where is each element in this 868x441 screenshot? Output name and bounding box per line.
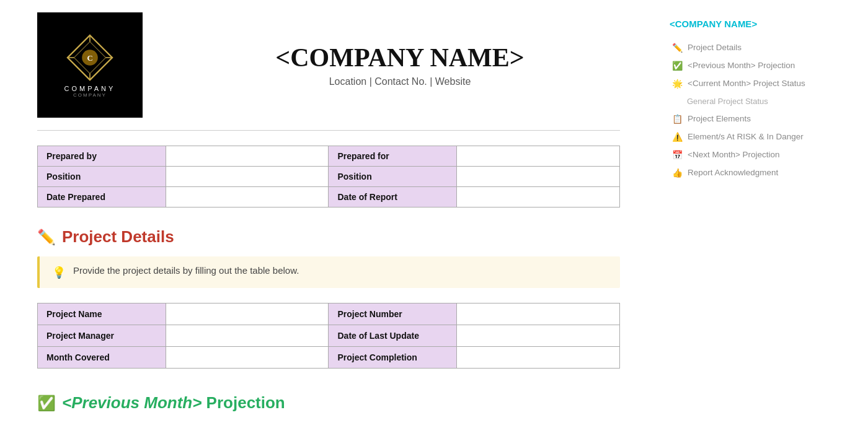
table-row: Prepared by Prepared for xyxy=(38,146,620,167)
date-prepared-label: Date Prepared xyxy=(38,187,166,207)
company-subtitle: Location | Contact No. | Website xyxy=(180,76,620,87)
project-name-value[interactable] xyxy=(166,303,329,325)
star-icon: 🌟 xyxy=(672,79,683,89)
table-row: Project Manager Date of Last Update xyxy=(38,325,620,347)
sidebar-item-label: Element/s At RISK & In Danger xyxy=(688,131,804,143)
sidebar-item-risk-danger[interactable]: ⚠️ Element/s At RISK & In Danger xyxy=(670,128,818,146)
pencil-icon: ✏️ xyxy=(672,43,683,53)
logo-diamond: C xyxy=(65,33,115,82)
sidebar-item-label: <Previous Month> Projection xyxy=(688,60,795,72)
month-covered-label: Month Covered xyxy=(38,347,166,369)
warning-icon: ⚠️ xyxy=(672,132,683,142)
project-completion-label: Project Completion xyxy=(329,347,457,369)
sidebar: <COMPANY NAME> ✏️ Project Details ✅ <Pre… xyxy=(657,0,831,441)
project-details-title: Project Details xyxy=(62,227,174,247)
project-number-label: Project Number xyxy=(329,303,457,325)
header-title-section: <COMPANY NAME> Location | Contact No. | … xyxy=(180,43,620,87)
prev-month-header: ✅ <Previous Month> Projection xyxy=(37,393,620,413)
sidebar-item-label: <Current Month> Project Status xyxy=(688,78,805,90)
date-of-report-label: Date of Report xyxy=(329,187,457,207)
date-prepared-value[interactable] xyxy=(166,187,329,207)
prepared-by-value[interactable] xyxy=(166,146,329,167)
prepared-for-label: Prepared for xyxy=(329,146,457,167)
clipboard-icon: 📋 xyxy=(672,114,683,124)
sidebar-nav: ✏️ Project Details ✅ <Previous Month> Pr… xyxy=(670,39,818,181)
logo-box: C COMPANY COMPANY xyxy=(37,12,143,118)
date-last-update-value[interactable] xyxy=(457,325,620,347)
hint-icon: 💡 xyxy=(52,266,66,279)
table-row: Date Prepared Date of Report xyxy=(38,187,620,207)
date-of-report-value[interactable] xyxy=(457,187,620,207)
project-table: Project Name Project Number Project Mana… xyxy=(37,303,620,369)
hint-text: Provide the project details by filling o… xyxy=(73,265,299,276)
month-covered-value[interactable] xyxy=(166,347,329,369)
header-section: C COMPANY COMPANY <COMPANY NAME> Locatio… xyxy=(37,12,620,118)
sidebar-item-project-elements[interactable]: 📋 Project Elements xyxy=(670,110,818,128)
prepared-by-label: Prepared by xyxy=(38,146,166,167)
table-row: Project Name Project Number xyxy=(38,303,620,325)
header-divider xyxy=(37,130,620,131)
sidebar-item-report-acknowledgment[interactable]: 👍 Report Acknowledgment xyxy=(670,164,818,182)
hint-box: 💡 Provide the project details by filling… xyxy=(37,256,620,288)
project-name-label: Project Name xyxy=(38,303,166,325)
project-number-value[interactable] xyxy=(457,303,620,325)
position-right-label: Position xyxy=(329,167,457,187)
company-name-title: <COMPANY NAME> xyxy=(180,43,620,72)
sidebar-item-prev-month[interactable]: ✅ <Previous Month> Projection xyxy=(670,57,818,75)
main-content: C COMPANY COMPANY <COMPANY NAME> Locatio… xyxy=(0,0,657,441)
prev-month-italic: <Previous Month> xyxy=(62,393,202,412)
prev-month-text: <Previous Month> Projection xyxy=(62,393,285,413)
sidebar-item-label: Report Acknowledgment xyxy=(688,167,778,179)
info-table: Prepared by Prepared for Position Positi… xyxy=(37,146,620,207)
table-row: Month Covered Project Completion xyxy=(38,347,620,369)
checkmark-icon: ✅ xyxy=(672,61,683,71)
table-row: Position Position xyxy=(38,167,620,187)
project-manager-value[interactable] xyxy=(166,325,329,347)
sidebar-item-project-details[interactable]: ✏️ Project Details xyxy=(670,39,818,57)
project-details-icon: ✏️ xyxy=(37,229,56,246)
project-completion-value[interactable] xyxy=(457,347,620,369)
project-details-header: ✏️ Project Details xyxy=(37,227,620,247)
logo-company-sub: COMPANY xyxy=(73,92,107,98)
svg-text:C: C xyxy=(87,53,92,62)
calendar-icon: 📅 xyxy=(672,150,683,160)
sidebar-item-label: <Next Month> Projection xyxy=(688,149,780,161)
project-manager-label: Project Manager xyxy=(38,325,166,347)
sidebar-item-label: Project Details xyxy=(688,42,742,54)
sidebar-item-next-month[interactable]: 📅 <Next Month> Projection xyxy=(670,146,818,164)
position-label: Position xyxy=(38,167,166,187)
date-last-update-label: Date of Last Update xyxy=(329,325,457,347)
sidebar-item-label: General Project Status xyxy=(687,96,768,107)
sidebar-item-current-month[interactable]: 🌟 <Current Month> Project Status xyxy=(670,75,818,93)
position-right-value[interactable] xyxy=(457,167,620,187)
prev-month-icon: ✅ xyxy=(37,395,56,412)
prepared-for-value[interactable] xyxy=(457,146,620,167)
sidebar-item-general-status[interactable]: General Project Status xyxy=(670,93,818,110)
position-value[interactable] xyxy=(166,167,329,187)
sidebar-item-label: Project Elements xyxy=(688,113,751,125)
thumbs-up-icon: 👍 xyxy=(672,168,683,178)
sidebar-company-name[interactable]: <COMPANY NAME> xyxy=(670,19,818,29)
logo-company-text: COMPANY xyxy=(64,85,116,92)
